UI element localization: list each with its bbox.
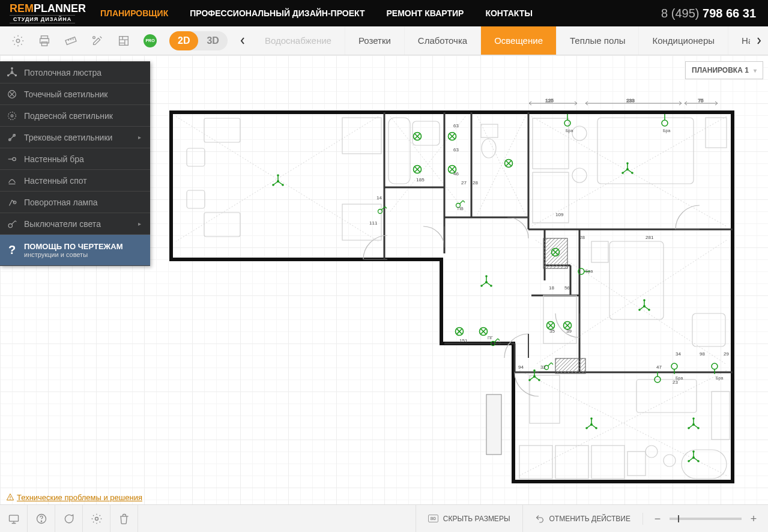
- tech-issues-label[interactable]: Технические проблемы и решения: [17, 493, 142, 502]
- view-3d-button[interactable]: 3D: [198, 31, 227, 50]
- side-item-switches[interactable]: Выключатели света ▸: [0, 213, 150, 235]
- svg-point-119: [95, 517, 98, 520]
- tab-ac[interactable]: Кондиционеры: [639, 26, 728, 55]
- svg-point-99: [15, 74, 16, 76]
- dim-18: 18: [549, 285, 554, 291]
- view-2d-button[interactable]: 2D: [169, 31, 198, 50]
- hide-dims-label: СКРЫТЬ РАЗМЕРЫ: [443, 515, 510, 523]
- side-item-swivel[interactable]: Поворотная лампа: [0, 192, 150, 213]
- layout-selector-label: ПЛАНИРОВКА 1: [692, 66, 749, 74]
- trash-icon[interactable]: [110, 505, 138, 533]
- nav-item-design[interactable]: ПРОФЕССИОНАЛЬНЫЙ ДИЗАЙН-ПРОЕКТ: [190, 8, 364, 18]
- side-label-4: Настенный бра: [24, 154, 150, 164]
- side-item-help[interactable]: ? ПОМОЩЬ ПО ЧЕРТЕЖАМ инструкции и советы: [0, 235, 150, 266]
- svg-rect-116: [9, 515, 18, 521]
- dim-98: 98: [700, 351, 705, 357]
- svg-rect-1: [41, 35, 48, 38]
- dim-185: 185: [416, 177, 425, 183]
- nav-item-planner[interactable]: ПЛАНИРОВЩИК: [100, 8, 168, 18]
- side-label-6: Поворотная лампа: [24, 198, 150, 207]
- side-label-7: Выключатели света: [24, 219, 138, 229]
- nav-item-contacts[interactable]: КОНТАКТЫ: [485, 8, 532, 18]
- phone-main: 798 66 31: [699, 7, 756, 20]
- undo-label: ОТМЕНИТЬ ДЕЙСТВИЕ: [549, 515, 630, 523]
- header-phone[interactable]: 8 (495) 798 66 31: [661, 7, 756, 20]
- svg-point-104: [11, 115, 13, 117]
- pro-badge-icon[interactable]: PRO: [137, 26, 163, 55]
- svg-point-0: [16, 39, 20, 43]
- dim-233: 233: [626, 98, 635, 103]
- svg-point-115: [10, 498, 10, 499]
- pro-badge: PRO: [144, 34, 157, 47]
- svg-rect-4: [65, 37, 76, 44]
- view-toggle[interactable]: 2D 3D: [169, 31, 228, 50]
- side-item-track[interactable]: Трековые светильники ▸: [0, 127, 150, 148]
- tabs-scroll-right[interactable]: [750, 26, 768, 55]
- zoom-slider[interactable]: [670, 518, 742, 520]
- tab-lowvolt[interactable]: Слаботочка: [405, 26, 481, 55]
- dim-281: 281: [646, 235, 654, 240]
- help-title: ПОМОЩЬ ПО ЧЕРТЕЖАМ: [24, 242, 123, 251]
- side-item-spot[interactable]: Точечный светильник: [0, 83, 150, 105]
- track-icon: [0, 132, 24, 143]
- dim-151: 151: [459, 338, 468, 343]
- chat-icon[interactable]: [55, 505, 83, 533]
- pendant-icon: [0, 110, 24, 121]
- hide-dimensions-button[interactable]: 80 СКРЫТЬ РАЗМЕРЫ: [416, 505, 522, 533]
- help-icon: ?: [0, 243, 24, 257]
- dim-63a: 63: [453, 123, 459, 128]
- dim-29: 29: [724, 351, 729, 357]
- zoom-out-button[interactable]: −: [652, 513, 664, 525]
- undo-icon: [535, 514, 545, 524]
- zoom-control: − +: [643, 513, 768, 525]
- svg-rect-49: [486, 394, 501, 455]
- dim-28b: 28: [579, 235, 585, 240]
- chandelier-icon: [0, 67, 24, 78]
- dim-28a: 28: [473, 180, 478, 186]
- print-icon[interactable]: [31, 26, 58, 55]
- dim-56: 56: [564, 285, 570, 291]
- side-item-sconce[interactable]: Настенный бра: [0, 148, 150, 170]
- nav-item-renovation[interactable]: РЕМОНТ КВАРТИР: [386, 8, 464, 18]
- label-pv: ПВ: [458, 207, 464, 211]
- tab-floors[interactable]: Теплые полы: [557, 26, 639, 55]
- dim-14: 14: [376, 195, 382, 201]
- tools-icon[interactable]: [84, 26, 110, 55]
- side-item-pendant[interactable]: Подвесной светильник: [0, 105, 150, 127]
- help-circle-icon[interactable]: [28, 505, 55, 533]
- tab-outlets[interactable]: Розетки: [345, 26, 405, 55]
- undo-button[interactable]: ОТМЕНИТЬ ДЕЙСТВИЕ: [522, 505, 643, 533]
- side-label-0: Потолочная люстра: [24, 68, 150, 77]
- svg-rect-48: [555, 358, 585, 373]
- dim-35: 35: [549, 328, 555, 334]
- dim-27: 27: [461, 180, 467, 186]
- gear-icon[interactable]: [83, 505, 110, 533]
- logo-brand1: REM: [10, 2, 34, 14]
- ruler-icon[interactable]: [58, 26, 84, 55]
- svg-rect-47: [543, 238, 567, 268]
- dim-39: 39: [566, 328, 572, 334]
- tech-issues-link[interactable]: Технические проблемы и решения: [6, 493, 142, 502]
- zoom-in-button[interactable]: +: [748, 513, 760, 525]
- svg-point-103: [8, 112, 16, 119]
- bottom-icons: [0, 505, 138, 533]
- tab-lighting[interactable]: Освещение: [481, 26, 557, 55]
- tab-fill[interactable]: Наполн: [728, 26, 750, 55]
- label-bra-3: Бра: [585, 269, 593, 274]
- walls-icon[interactable]: [110, 26, 137, 55]
- svg-point-5: [93, 36, 95, 38]
- label-bra-4: Бра: [676, 376, 683, 381]
- tab-water[interactable]: Водоснабжение: [252, 26, 345, 55]
- screen-icon[interactable]: [0, 505, 28, 533]
- dim-109: 109: [555, 212, 564, 217]
- side-item-chandelier[interactable]: Потолочная люстра: [0, 62, 150, 83]
- svg-line-112: [11, 220, 15, 224]
- dim-23: 23: [673, 379, 678, 385]
- settings-icon[interactable]: [5, 26, 31, 55]
- tabs-scroll-left[interactable]: [234, 26, 252, 55]
- logo[interactable]: REMPLANNER СТУДИЯ ДИЗАЙНА: [10, 3, 86, 23]
- wallspot-icon: [0, 175, 24, 186]
- warning-icon: [6, 493, 14, 501]
- side-item-wallspot[interactable]: Настенный спот: [0, 170, 150, 192]
- layout-selector[interactable]: ПЛАНИРОВКА 1: [685, 61, 763, 79]
